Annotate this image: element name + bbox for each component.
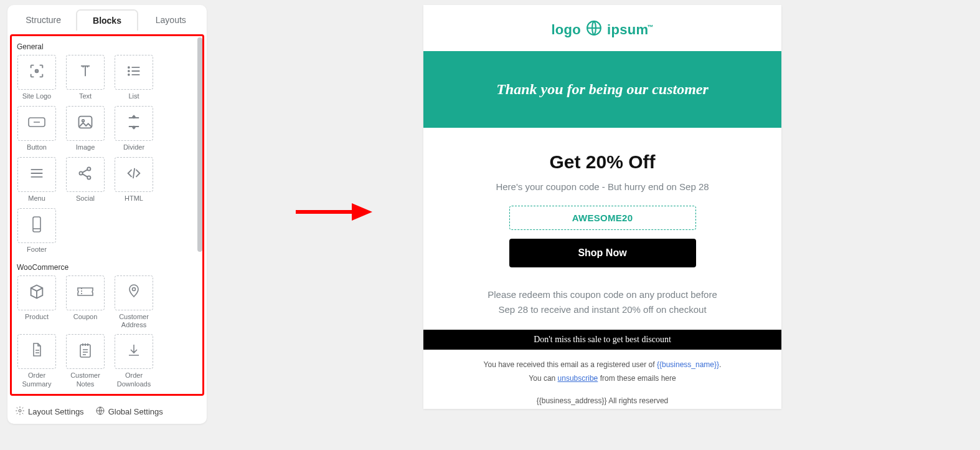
block-social[interactable]: Social [64, 157, 106, 203]
blocks-panel: Structure Blocks Layouts General Site Lo… [7, 5, 207, 424]
block-button[interactable]: Button [16, 106, 58, 152]
rights-text: All rights reserved [607, 396, 669, 405]
block-divider[interactable]: Divider [113, 106, 155, 152]
coupon-icon [76, 285, 95, 301]
order-summary-icon [29, 342, 44, 361]
block-label: Button [27, 143, 47, 152]
arrow-annotation [293, 199, 374, 227]
shop-now-button[interactable]: Shop Now [509, 239, 696, 267]
redeem-text: Please redeem this coupon code on any pr… [446, 287, 759, 317]
social-icon [77, 165, 94, 184]
tab-structure[interactable]: Structure [14, 10, 73, 31]
svg-rect-6 [79, 117, 92, 128]
text-icon [77, 62, 94, 82]
block-image[interactable]: Image [64, 106, 106, 152]
global-settings-label: Global Settings [108, 407, 163, 416]
email-preview[interactable]: logo ipsum™ Thank you for being our cust… [423, 5, 781, 409]
block-label: List [128, 92, 139, 101]
block-product[interactable]: Product [16, 275, 58, 329]
notes-icon [77, 342, 93, 361]
block-label: Order Summary [16, 371, 58, 388]
block-label: Divider [123, 143, 144, 152]
unsubscribe-link[interactable]: unsubscribe [558, 374, 598, 383]
global-settings[interactable]: Global Settings [95, 406, 163, 418]
block-label: Menu [28, 194, 45, 203]
logo-text-left: logo [551, 22, 581, 38]
html-icon [125, 165, 143, 184]
block-html[interactable]: HTML [113, 157, 155, 203]
logo-row: logo ipsum™ [423, 5, 781, 51]
block-site-logo[interactable]: Site Logo [16, 55, 58, 101]
svg-marker-17 [352, 203, 372, 221]
divider-icon [125, 113, 143, 133]
scrollbar[interactable] [197, 37, 202, 252]
globe-icon [95, 406, 105, 418]
svg-rect-13 [80, 345, 90, 357]
block-coupon[interactable]: Coupon [64, 275, 106, 329]
svg-point-1 [37, 71, 37, 72]
block-label: Footer [27, 246, 47, 254]
svg-point-2 [128, 67, 130, 68]
disc-suffix: . [719, 360, 721, 369]
blocks-body: General Site Logo Text List [10, 34, 204, 396]
redeem-line1: Please redeem this coupon code on any pr… [488, 289, 717, 300]
tab-layouts[interactable]: Layouts [141, 10, 200, 31]
address-line: {{business_address}} All rights reserved [423, 385, 781, 409]
block-label: Social [76, 194, 95, 203]
subline: Here's your coupon code - But hurry end … [423, 181, 781, 192]
svg-point-8 [79, 171, 82, 175]
site-logo-icon [28, 62, 45, 82]
section-title-general: General [17, 42, 199, 51]
disc-line2-pre: You can [529, 374, 557, 383]
block-footer[interactable]: Footer [16, 208, 58, 254]
disc-line2-post: from these emails here [598, 374, 676, 383]
svg-point-12 [133, 288, 136, 291]
block-customer-address[interactable]: Customer Address [113, 275, 155, 329]
black-bar: Don't miss this sale to get best discoun… [423, 330, 781, 350]
gear-icon [15, 406, 25, 418]
block-label: Product [25, 313, 49, 322]
block-customer-notes[interactable]: Customer Notes [64, 334, 106, 388]
svg-point-7 [82, 120, 85, 122]
woo-grid: Product Coupon Customer Address Order Su… [16, 275, 199, 388]
product-icon [28, 283, 45, 303]
downloads-icon [126, 342, 142, 361]
block-label: Customer Address [113, 313, 155, 329]
svg-rect-11 [33, 217, 40, 232]
panel-tabs: Structure Blocks Layouts [7, 5, 207, 31]
block-label: Image [76, 143, 95, 152]
business-address-placeholder: {{business_address}} [537, 396, 607, 405]
list-icon [125, 62, 143, 82]
location-icon [126, 283, 141, 303]
block-label: Customer Notes [64, 371, 106, 388]
disc-prefix: You have received this email as a regist… [484, 360, 657, 369]
logo-text-right: ipsum™ [607, 22, 654, 38]
svg-point-10 [87, 176, 90, 179]
block-menu[interactable]: Menu [16, 157, 58, 203]
block-order-summary[interactable]: Order Summary [16, 334, 58, 388]
headline: Get 20% Off [423, 151, 781, 173]
layout-settings-label: Layout Settings [28, 407, 84, 416]
section-title-woo: WooCommerce [17, 263, 199, 272]
block-label: Coupon [73, 313, 98, 322]
block-label: Order Downloads [113, 371, 155, 388]
svg-point-3 [128, 70, 130, 72]
tab-blocks[interactable]: Blocks [77, 10, 137, 31]
svg-point-9 [87, 167, 90, 170]
svg-point-4 [128, 74, 130, 75]
menu-icon [28, 165, 45, 184]
panel-footer: Layout Settings Global Settings [7, 400, 207, 424]
banner: Thank you for being our customer [423, 51, 781, 128]
globe-logo-icon [586, 20, 602, 40]
block-list[interactable]: List [113, 55, 155, 101]
general-grid: Site Logo Text List Button [16, 55, 199, 254]
block-order-downloads[interactable]: Order Downloads [113, 334, 155, 388]
button-icon [27, 115, 46, 132]
image-icon [77, 113, 94, 133]
business-name-placeholder: {{business_name}} [657, 360, 719, 369]
redeem-line2: Sep 28 to receive and instant 20% off on… [498, 304, 706, 315]
block-label: HTML [125, 194, 143, 203]
block-text[interactable]: Text [64, 55, 106, 101]
layout-settings[interactable]: Layout Settings [15, 406, 84, 418]
block-label: Site Logo [22, 92, 51, 101]
